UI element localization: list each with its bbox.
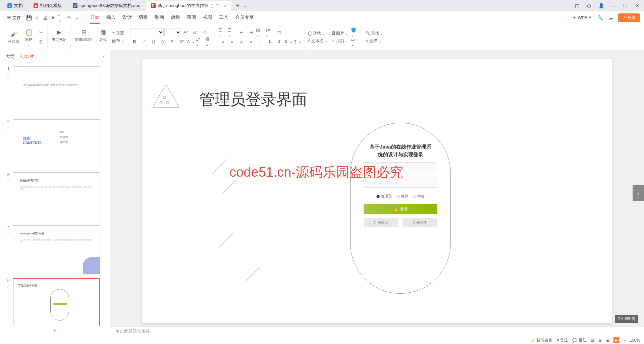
font-size-select[interactable] — [164, 28, 181, 36]
numbering-icon[interactable]: ☲ ⌄ — [228, 28, 236, 37]
thumbnail-4[interactable]: SpringBoot框架介绍Spring Boot是由Pivotal团队提供的全… — [13, 225, 100, 274]
shape-button[interactable]: ◯形状 ⌄ — [307, 30, 329, 37]
indent-increase-icon[interactable]: ⇥ — [247, 28, 255, 37]
tab-animation[interactable]: 动画 — [155, 12, 164, 24]
layout-button[interactable]: ▦版式⌄ — [97, 26, 109, 48]
paragraph-icon[interactable]: ¶ ⌄ — [293, 38, 302, 46]
align-justify-icon[interactable]: ≡ — [247, 38, 255, 46]
tab-member[interactable]: 会员专享 — [235, 12, 254, 24]
font-select[interactable] — [130, 28, 164, 36]
more-dropdown-icon[interactable]: ⌄ — [74, 14, 80, 21]
tab-view[interactable]: 视图 — [203, 12, 212, 24]
reset-button[interactable]: ⟲重置 — [111, 30, 126, 37]
preview-icon[interactable]: 👁 — [50, 14, 56, 21]
thumb-item-1[interactable]: 1☆ ○ ○基于springboot的在线作业管理系统的设计与实现PPT — [5, 66, 104, 115]
tab-insert[interactable]: 插入 — [106, 12, 116, 24]
tab-tools[interactable]: 工具 — [219, 12, 228, 24]
star-icon[interactable]: ☆ — [7, 178, 10, 183]
thumb-item-2[interactable]: 2☆ 目录CONTENTS绪论相关技术系统分析 — [5, 119, 104, 168]
tab-menu-dropdown[interactable]: ⌄ — [244, 4, 247, 8]
search-icon[interactable]: 🔍 — [597, 14, 603, 21]
select-button[interactable]: ↖选择 ⌄ — [364, 38, 384, 45]
tab-start[interactable]: 开始 — [90, 12, 100, 24]
tab-docs[interactable]: ≡文档 — [3, 1, 28, 11]
format-painter-button[interactable]: 🖌格式刷 — [6, 28, 21, 46]
zoom-out-icon[interactable]: − — [623, 338, 626, 343]
distribute-icon[interactable]: ⫞ — [256, 38, 265, 46]
next-slide-button[interactable]: › — [633, 185, 644, 201]
export-icon[interactable]: ↗ — [34, 14, 40, 21]
view-sorter-icon[interactable]: ⊞ — [598, 338, 602, 343]
find-button[interactable]: 🔍查找 ⌄ — [364, 30, 384, 37]
highlight-icon[interactable]: 🖍 ⌄ — [196, 38, 205, 46]
redo-icon[interactable]: ↷ — [66, 14, 72, 21]
start-from-current-button[interactable]: ▶当页开始⌄ — [50, 26, 68, 48]
tab-template[interactable]: ◆找稻壳模板 — [29, 1, 67, 11]
line-spacing-icon[interactable]: ⇕ — [265, 38, 274, 46]
avatar-icon[interactable]: 👤 — [597, 2, 605, 10]
shadow-icon[interactable]: A — [158, 38, 167, 46]
star-icon[interactable]: ☆ — [7, 231, 10, 236]
strikethrough-icon[interactable]: S̶ — [168, 38, 176, 46]
tab-show[interactable]: 放映 — [171, 12, 180, 24]
add-slide-button[interactable]: + — [0, 326, 110, 336]
notes-toggle[interactable]: ≡备注 — [556, 337, 568, 343]
thumbnail-1[interactable]: ○ ○基于springboot的在线作业管理系统的设计与实现PPT — [13, 66, 100, 115]
cut-icon[interactable]: ✂ — [37, 28, 45, 37]
print-icon[interactable]: 🖨 — [42, 14, 48, 21]
save-icon[interactable]: 💾 — [25, 14, 32, 21]
textbox-button[interactable]: A文本框 ⌄ — [307, 38, 329, 45]
wps-ai-button[interactable]: ✦WPS AI — [573, 15, 593, 20]
slide-title[interactable]: 管理员登录界面 — [199, 89, 307, 110]
notes-input[interactable]: 单击此处添加备注 — [110, 327, 644, 336]
indent-decrease-icon[interactable]: ⇤ — [237, 28, 246, 37]
minimize-button[interactable]: — — [609, 2, 617, 10]
new-tab-button[interactable]: + — [233, 1, 242, 10]
italic-icon[interactable]: I — [140, 38, 148, 46]
font-decrease-icon[interactable]: A⁻ — [191, 28, 200, 37]
section-button[interactable]: ▤节 ⌄ — [111, 38, 126, 45]
view-normal-icon[interactable]: ▦ — [591, 338, 594, 343]
thumbnail-5-selected[interactable]: 管理员登录界面 — [13, 278, 100, 326]
spacing2-icon[interactable]: ⇕ — [275, 38, 283, 46]
star-icon[interactable]: ☆ — [7, 72, 10, 77]
view-slideshow-icon[interactable]: ▶ — [613, 337, 619, 343]
tab-ppt-active[interactable]: P基于springboot的在线作业◯ 口× — [146, 1, 231, 11]
cube-icon[interactable]: ⬡ — [585, 2, 593, 10]
superscript-icon[interactable]: X² — [177, 38, 186, 46]
align-left-icon[interactable]: ≡ — [218, 38, 227, 46]
line-spacing-dropdown-icon[interactable]: ⇕ ⌄ — [284, 38, 293, 46]
align-right-icon[interactable]: ≡ — [237, 38, 246, 46]
arrange-button[interactable]: ⫟排列 ⌄ — [330, 38, 350, 45]
star-icon[interactable]: ☆ — [7, 284, 10, 289]
tab-outline[interactable]: 大纲 — [5, 54, 15, 62]
font-increase-icon[interactable]: A⁺ — [182, 28, 191, 37]
thumb-item-5[interactable]: 5☆ 管理员登录界面 — [5, 278, 104, 326]
thumbnail-3[interactable]: 课题的研究背景本系统采用B/S架构进行设计开发，前端...后端采用Java语言开… — [13, 172, 100, 221]
fill-color-icon[interactable]: 🪣 ⌄ — [351, 28, 360, 37]
ime-indicator[interactable]: CH ⌨ 简 — [615, 315, 638, 323]
close-button[interactable]: ✕ — [633, 2, 641, 10]
tab-slides[interactable]: 幻灯片 — [20, 54, 34, 62]
tab-review[interactable]: 审阅 — [187, 12, 196, 24]
view-reading-icon[interactable]: ▣ — [606, 338, 609, 343]
thumbnail-2[interactable]: 目录CONTENTS绪论相关技术系统分析 — [13, 119, 100, 168]
convert-icon[interactable]: ⇆ — [275, 28, 283, 37]
pinyin-icon[interactable]: 拼 ⌄ — [205, 38, 214, 46]
tab-transition[interactable]: 切换 — [139, 12, 148, 24]
close-icon[interactable]: × — [224, 3, 226, 8]
tab-word-doc[interactable]: Wspringboot88sly数据库文档.doc — [68, 1, 145, 11]
thumb-item-4[interactable]: 4☆ SpringBoot框架介绍Spring Boot是由Pivotal团队提… — [5, 225, 104, 274]
new-slide-button[interactable]: ⊞新建幻灯片⌄ — [73, 26, 95, 48]
paste-button[interactable]: 📋粘贴⌄ — [22, 26, 35, 48]
image-button[interactable]: 🖼图片 ⌄ — [330, 30, 350, 37]
font-color-icon[interactable]: A ⌄ — [186, 38, 195, 46]
maximize-button[interactable]: ❐ — [621, 2, 629, 10]
collapse-icon[interactable]: ‹ — [103, 54, 104, 59]
outline-icon[interactable]: ▭ ⌄ — [351, 38, 360, 46]
align-center-icon[interactable]: ≡ — [228, 38, 236, 46]
zoom-level[interactable]: 100% — [630, 338, 640, 343]
text-direction-icon[interactable]: ↕A ⌄ — [265, 28, 274, 37]
smart-beauty-button[interactable]: ✨智能美化 — [530, 337, 552, 343]
bullets-icon[interactable]: ☰ ⌄ — [218, 28, 227, 37]
